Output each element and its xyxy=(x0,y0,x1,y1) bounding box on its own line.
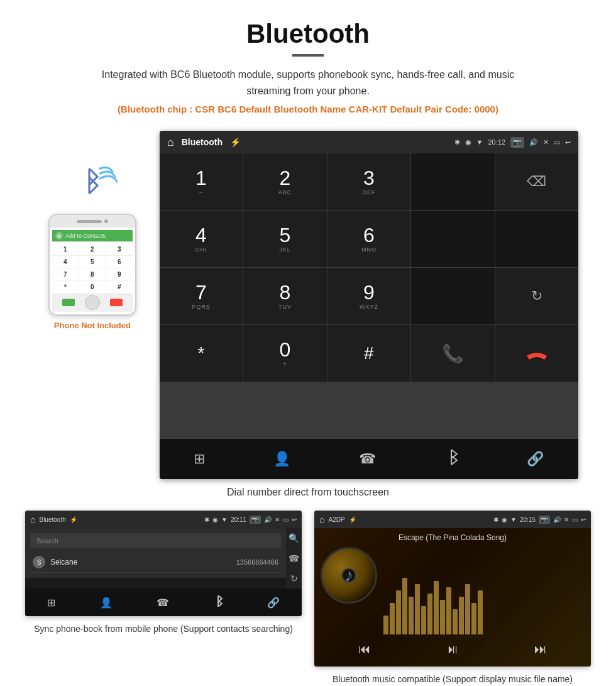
prev-btn[interactable]: ⏮ xyxy=(358,642,371,656)
dial-key-8[interactable]: 8 TUV xyxy=(243,268,326,324)
volume-icon[interactable]: 🔊 xyxy=(529,138,538,147)
pb-search-placeholder: Search xyxy=(36,537,58,545)
nav-grid-icon[interactable]: ⊞ xyxy=(194,451,205,467)
dial-key-4[interactable]: 4 GHI xyxy=(160,211,243,267)
add-contact-icon: + xyxy=(55,232,63,240)
dial-key-1[interactable]: 1 ∽ xyxy=(160,153,243,210)
phone-key-8[interactable]: 8 xyxy=(79,268,106,280)
music-usb-icon: ⚡ xyxy=(349,516,356,523)
dial-empty-3 xyxy=(495,211,578,267)
end-call-icon xyxy=(525,346,548,361)
dial-end-btn[interactable] xyxy=(495,325,578,382)
pb-nav-user[interactable]: 👤 xyxy=(100,597,113,609)
pb-home-icon[interactable]: ⌂ xyxy=(30,514,35,524)
phone-key-5[interactable]: 5 xyxy=(79,256,106,268)
status-left: ⌂ Bluetooth ⚡ xyxy=(167,136,241,149)
status-right: ✱ ◉ ▼ 20:12 📷 🔊 ✕ ▭ ↩ xyxy=(454,137,571,148)
pb-nav-link[interactable]: 🔗 xyxy=(267,597,280,609)
phone-key-9[interactable]: 9 xyxy=(106,268,133,280)
phone-key-hash[interactable]: # xyxy=(106,281,133,293)
phone-call-btn xyxy=(62,299,75,306)
pb-bt-icon: ✱ xyxy=(204,516,209,523)
dial-empty-4 xyxy=(411,268,494,324)
phone-home-btn xyxy=(85,295,100,310)
music-bar xyxy=(409,597,414,634)
dial-backspace-btn[interactable]: ⌫ xyxy=(495,153,578,210)
pb-search-icon[interactable]: 🔍 xyxy=(289,533,299,543)
pb-nav-grid[interactable]: ⊞ xyxy=(47,597,55,609)
pb-bottom-nav: ⊞ 👤 ☎ 🔗 xyxy=(25,589,302,616)
dial-key-5[interactable]: 5 JKL xyxy=(243,211,326,267)
next-btn[interactable]: ⏭ xyxy=(534,642,547,656)
nav-link-icon[interactable]: 🔗 xyxy=(527,451,544,467)
phonebook-content-area: Search S Seicane 13566664466 🔍 xyxy=(25,528,302,589)
main-bottom-nav: ⊞ 👤 ☎ 🔗 xyxy=(160,439,578,479)
dial-key-7[interactable]: 7 PQRS xyxy=(160,268,243,324)
phone-key-2[interactable]: 2 xyxy=(79,243,106,255)
pb-nav-phone[interactable]: ☎ xyxy=(157,597,169,609)
music-bar xyxy=(459,597,464,634)
dial-empty-1 xyxy=(411,153,494,210)
call-icon: 📞 xyxy=(442,343,464,364)
phone-key-0[interactable]: 0 xyxy=(79,281,106,293)
close-icon[interactable]: ✕ xyxy=(543,138,549,147)
music-bar xyxy=(440,600,445,634)
album-art: ♪ xyxy=(321,547,377,604)
dial-empty-2 xyxy=(411,211,494,267)
contact-avatar: S xyxy=(33,556,45,568)
phone-key-3[interactable]: 3 xyxy=(106,243,133,255)
pb-time: 20:11 xyxy=(231,516,246,523)
nav-bluetooth-icon[interactable] xyxy=(444,449,458,469)
phonebook-screen-block: ⌂ Bluetooth ⚡ ✱ ◉ ▼ 20:11 📷 🔊 ✕ ▭ ↩ xyxy=(25,511,302,686)
music-car-screen: ⌂ A2DP ⚡ ✱ ◉ ▼ 20:15 📷 🔊 ✕ ▭ ↩ xyxy=(314,511,591,667)
contact-phone: 13566664466 xyxy=(236,558,278,566)
pb-nav-bt[interactable] xyxy=(214,595,223,609)
dial-key-9[interactable]: 9 WXYZ xyxy=(327,268,410,324)
music-vol-icon: 🔊 xyxy=(553,516,561,523)
pb-status-right: ✱ ◉ ▼ 20:11 📷 🔊 ✕ ▭ ↩ xyxy=(204,516,297,524)
dial-key-6[interactable]: 6 MNO xyxy=(327,211,410,267)
dial-call-btn[interactable]: 📞 xyxy=(411,325,494,382)
dial-key-0[interactable]: 0 + xyxy=(243,325,326,382)
pb-sync-icon[interactable]: ↻ xyxy=(290,573,298,584)
nav-user-icon[interactable]: 👤 xyxy=(273,451,290,467)
home-icon[interactable]: ⌂ xyxy=(167,136,174,149)
backspace-icon: ⌫ xyxy=(527,174,546,190)
phone-top-bar xyxy=(50,215,135,228)
dial-key-2[interactable]: 2 ABC xyxy=(243,153,326,210)
phone-key-7[interactable]: 7 xyxy=(52,268,79,280)
status-time: 20:12 xyxy=(488,138,505,146)
music-song-title: Escape (The Pina Colada Song) xyxy=(321,533,585,542)
wifi-icon: ▼ xyxy=(476,138,483,146)
music-status-bar: ⌂ A2DP ⚡ ✱ ◉ ▼ 20:15 📷 🔊 ✕ ▭ ↩ xyxy=(314,511,591,528)
phone-key-6[interactable]: 6 xyxy=(106,256,133,268)
pb-loc-icon: ◉ xyxy=(212,516,218,523)
main-screen-section: + Add to Contacts 1 2 3 4 5 6 7 8 9 * 0 … xyxy=(0,131,616,479)
dial-reload-btn[interactable]: ↻ xyxy=(495,268,578,324)
usb-icon: ⚡ xyxy=(230,137,241,147)
pb-search-bar[interactable]: Search xyxy=(30,533,281,548)
bt-wifi-icon xyxy=(67,156,118,206)
phone-screen: + Add to Contacts 1 2 3 4 5 6 7 8 9 * 0 … xyxy=(50,228,135,314)
contact-row[interactable]: S Seicane 13566664466 xyxy=(30,552,281,573)
nav-phone-icon[interactable]: ☎ xyxy=(359,451,376,467)
pb-wifi-icon: ▼ xyxy=(221,516,228,523)
dial-key-hash[interactable]: # xyxy=(327,325,410,382)
bottom-screens: ⌂ Bluetooth ⚡ ✱ ◉ ▼ 20:11 📷 🔊 ✕ ▭ ↩ xyxy=(0,511,616,686)
phone-screen-header: + Add to Contacts xyxy=(52,230,133,241)
phone-key-4[interactable]: 4 xyxy=(52,256,79,268)
window-icon[interactable]: ▭ xyxy=(554,138,560,147)
play-pause-btn[interactable]: ⏯ xyxy=(446,642,459,656)
music-main-area: ♪ xyxy=(321,547,585,637)
dial-key-3[interactable]: 3 DEF xyxy=(327,153,410,210)
back-icon[interactable]: ↩ xyxy=(565,138,571,147)
phone-not-included-label: Phone Not Included xyxy=(54,321,131,330)
phone-key-1[interactable]: 1 xyxy=(52,243,79,255)
phone-key-star[interactable]: * xyxy=(52,281,79,293)
music-home-icon[interactable]: ⌂ xyxy=(319,514,324,524)
pb-vol-icon: 🔊 xyxy=(264,516,272,523)
dial-key-star[interactable]: * xyxy=(160,325,243,382)
pb-contacts-icon[interactable]: ☎ xyxy=(289,553,299,563)
location-icon: ◉ xyxy=(465,138,471,147)
music-caption: Bluetooth music compatible (Support disp… xyxy=(333,673,573,686)
